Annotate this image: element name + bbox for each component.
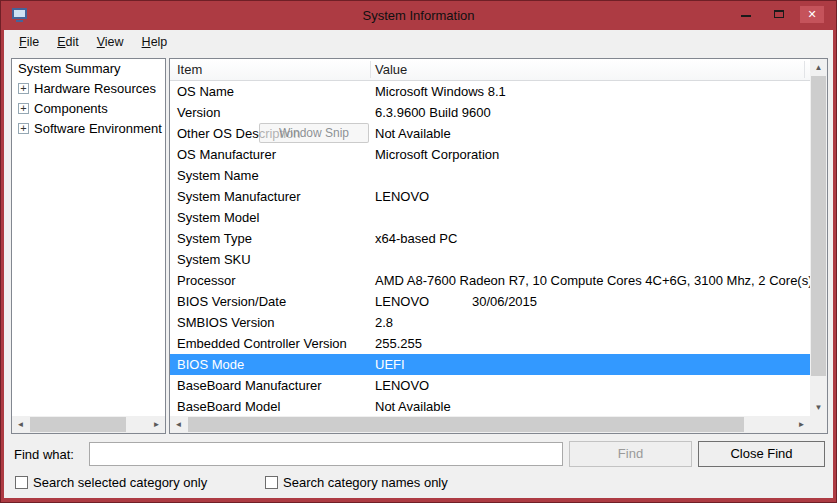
find-what-label: Find what: bbox=[14, 447, 74, 462]
item-cell: System Model bbox=[177, 207, 259, 228]
scroll-left-icon[interactable]: ◄ bbox=[170, 416, 187, 433]
table-row[interactable]: System Name bbox=[170, 165, 810, 186]
table-row[interactable]: SMBIOS Version2.8 bbox=[170, 312, 810, 333]
search-category-names-checkbox[interactable] bbox=[265, 476, 278, 489]
item-cell: SMBIOS Version bbox=[177, 312, 275, 333]
scroll-up-icon[interactable]: ▲ bbox=[810, 59, 827, 76]
tree-label: Components bbox=[34, 99, 108, 119]
list-header: Item Value bbox=[170, 59, 810, 81]
column-separator[interactable] bbox=[370, 61, 371, 78]
item-cell: System Name bbox=[177, 165, 259, 186]
category-tree: System Summary + Hardware Resources + Co… bbox=[11, 58, 166, 434]
tree-item-components[interactable]: + Components bbox=[12, 99, 165, 119]
scroll-left-icon[interactable]: ◄ bbox=[12, 416, 29, 433]
expand-icon[interactable]: + bbox=[18, 83, 29, 94]
find-button[interactable]: Find bbox=[569, 441, 692, 467]
table-row[interactable]: BaseBoard ModelNot Available bbox=[170, 396, 810, 416]
table-row[interactable]: OS ManufacturerMicrosoft Corporation bbox=[170, 144, 810, 165]
value-cell: x64-based PC bbox=[375, 228, 457, 249]
expand-icon[interactable]: + bbox=[18, 103, 29, 114]
item-cell: Embedded Controller Version bbox=[177, 333, 347, 354]
tree-label: System Summary bbox=[12, 61, 121, 76]
value-cell: LENOVO bbox=[375, 375, 429, 396]
maximize-button[interactable] bbox=[767, 6, 791, 23]
menu-view[interactable]: View bbox=[88, 30, 133, 54]
value-cell: Microsoft Windows 8.1 bbox=[375, 81, 506, 102]
item-cell: Version bbox=[177, 102, 220, 123]
scroll-right-icon[interactable]: ► bbox=[793, 416, 810, 433]
item-cell: System SKU bbox=[177, 249, 251, 270]
caption-buttons: ✕ bbox=[734, 6, 824, 23]
value-cell: 6.3.9600 Build 9600 bbox=[375, 102, 491, 123]
close-find-button[interactable]: Close Find bbox=[698, 441, 825, 467]
table-row[interactable]: System Model bbox=[170, 207, 810, 228]
minimize-icon bbox=[741, 15, 751, 17]
table-row[interactable]: System SKU bbox=[170, 249, 810, 270]
scrollbar-thumb[interactable] bbox=[188, 417, 744, 432]
search-category-names-label: Search category names only bbox=[283, 475, 448, 490]
table-row[interactable]: OS NameMicrosoft Windows 8.1 bbox=[170, 81, 810, 102]
table-row[interactable]: Version6.3.9600 Build 9600 bbox=[170, 102, 810, 123]
menu-help[interactable]: Help bbox=[133, 30, 177, 54]
tree-item-system-summary[interactable]: System Summary bbox=[12, 59, 165, 79]
item-cell: System Type bbox=[177, 228, 252, 249]
table-row-selected[interactable]: BIOS ModeUEFI bbox=[170, 354, 810, 375]
tree-label: Software Environment bbox=[34, 119, 162, 139]
snip-tooltip: Window Snip bbox=[259, 123, 369, 143]
table-row[interactable]: ProcessorAMD A8-7600 Radeon R7, 10 Compu… bbox=[170, 270, 810, 291]
menu-bar: File Edit View Help bbox=[4, 30, 833, 54]
tree-item-software-environment[interactable]: + Software Environment bbox=[12, 119, 165, 139]
close-button[interactable]: ✕ bbox=[800, 6, 824, 23]
column-header-value[interactable]: Value bbox=[375, 59, 407, 81]
value-cell: LENOVO bbox=[375, 186, 429, 207]
value-cell: 2.8 bbox=[375, 312, 393, 333]
value-cell-secondary: 30/06/2015 bbox=[472, 291, 537, 312]
value-cell: Not Available bbox=[375, 396, 451, 416]
vertical-scrollbar[interactable]: ▲ ▼ bbox=[810, 59, 827, 416]
window-title: System Information bbox=[1, 1, 836, 30]
value-cell: LENOVO bbox=[375, 291, 429, 312]
scrollbar-thumb[interactable] bbox=[30, 417, 126, 432]
search-selected-category-label: Search selected category only bbox=[33, 475, 207, 490]
item-cell: Processor bbox=[177, 270, 236, 291]
search-selected-category-checkbox[interactable] bbox=[15, 476, 28, 489]
close-icon: ✕ bbox=[800, 6, 824, 23]
scroll-down-icon[interactable]: ▼ bbox=[810, 399, 827, 416]
system-information-window: System Information ✕ File Edit View Help… bbox=[0, 0, 837, 503]
scrollbar-thumb[interactable] bbox=[811, 76, 826, 376]
table-row[interactable]: Embedded Controller Version255.255 bbox=[170, 333, 810, 354]
item-cell: System Manufacturer bbox=[177, 186, 301, 207]
table-row[interactable]: BaseBoard ManufacturerLENOVO bbox=[170, 375, 810, 396]
item-cell: BaseBoard Manufacturer bbox=[177, 375, 322, 396]
expand-icon[interactable]: + bbox=[18, 123, 29, 134]
menu-file[interactable]: File bbox=[10, 30, 48, 54]
tree-label: Hardware Resources bbox=[34, 79, 156, 99]
minimize-button[interactable] bbox=[734, 6, 758, 23]
scrollbar-corner bbox=[810, 416, 827, 433]
item-cell: BaseBoard Model bbox=[177, 396, 280, 416]
client-area: File Edit View Help System Summary + Har… bbox=[4, 30, 833, 498]
find-input[interactable] bbox=[89, 442, 563, 466]
value-cell: UEFI bbox=[375, 354, 405, 375]
item-cell: OS Name bbox=[177, 81, 234, 102]
value-cell: Microsoft Corporation bbox=[375, 144, 499, 165]
detail-list: Item Value OS NameMicrosoft Windows 8.1 … bbox=[169, 58, 828, 434]
value-cell: AMD A8-7600 Radeon R7, 10 Compute Cores … bbox=[375, 270, 810, 291]
table-row[interactable]: System ManufacturerLENOVO bbox=[170, 186, 810, 207]
value-cell: Not Available bbox=[375, 123, 451, 144]
tree-item-hardware-resources[interactable]: + Hardware Resources bbox=[12, 79, 165, 99]
value-cell: 255.255 bbox=[375, 333, 422, 354]
menu-edit[interactable]: Edit bbox=[48, 30, 88, 54]
column-header-item[interactable]: Item bbox=[177, 59, 202, 81]
item-cell: OS Manufacturer bbox=[177, 144, 276, 165]
maximize-icon bbox=[774, 10, 784, 18]
table-row[interactable]: BIOS Version/DateLENOVO30/06/2015 bbox=[170, 291, 810, 312]
table-row[interactable]: System Typex64-based PC bbox=[170, 228, 810, 249]
scroll-right-icon[interactable]: ► bbox=[148, 416, 165, 433]
titlebar[interactable]: System Information ✕ bbox=[1, 1, 836, 30]
column-separator[interactable] bbox=[804, 61, 805, 78]
horizontal-scrollbar[interactable]: ◄ ► bbox=[170, 416, 810, 433]
item-cell: BIOS Version/Date bbox=[177, 291, 286, 312]
tree-horizontal-scrollbar[interactable]: ◄ ► bbox=[12, 416, 165, 433]
item-cell: BIOS Mode bbox=[177, 354, 244, 375]
